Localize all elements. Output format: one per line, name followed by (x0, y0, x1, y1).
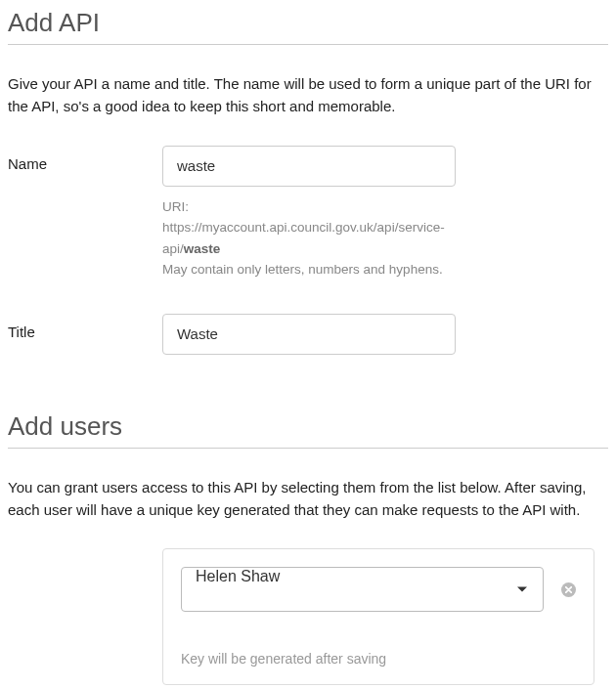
close-icon (565, 586, 572, 593)
user-card: Helen Shaw Key will be generated after s… (162, 548, 594, 685)
name-label: Name (8, 146, 162, 172)
uri-suffix: waste (184, 241, 221, 256)
name-row: Name URI: https://myaccount.api.council.… (8, 146, 608, 280)
name-rules: May contain only letters, numbers and hy… (162, 262, 443, 277)
name-input[interactable] (162, 146, 456, 187)
name-hint: URI: https://myaccount.api.council.gov.u… (162, 196, 456, 280)
title-input[interactable] (162, 314, 456, 355)
api-help-text: Give your API a name and title. The name… (8, 72, 608, 118)
title-label: Title (8, 314, 162, 340)
section-title-add-api: Add API (8, 8, 608, 40)
remove-user-button[interactable] (561, 582, 576, 597)
key-note: Key will be generated after saving (181, 651, 576, 667)
divider (8, 44, 608, 45)
user-select[interactable]: Helen Shaw (181, 567, 544, 612)
title-row: Title (8, 314, 608, 355)
users-help-text: You can grant users access to this API b… (8, 476, 608, 522)
divider (8, 448, 608, 449)
section-title-add-users: Add users (8, 411, 608, 444)
